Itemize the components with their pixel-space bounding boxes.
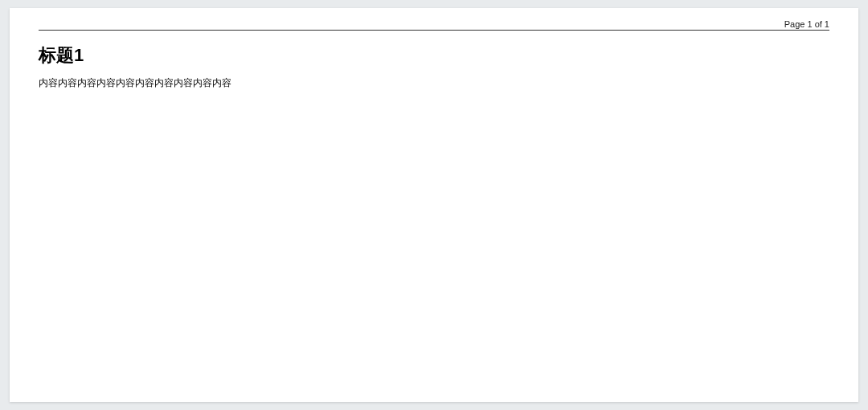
print-page: Page 1 of 1 标题1 内容内容内容内容内容内容内容内容内容内容 — [10, 8, 858, 402]
page-number: Page 1 of 1 — [784, 19, 829, 29]
body-text: 内容内容内容内容内容内容内容内容内容内容 — [39, 76, 829, 91]
page-title: 标题1 — [39, 43, 829, 68]
page-header: Page 1 of 1 — [39, 19, 829, 31]
